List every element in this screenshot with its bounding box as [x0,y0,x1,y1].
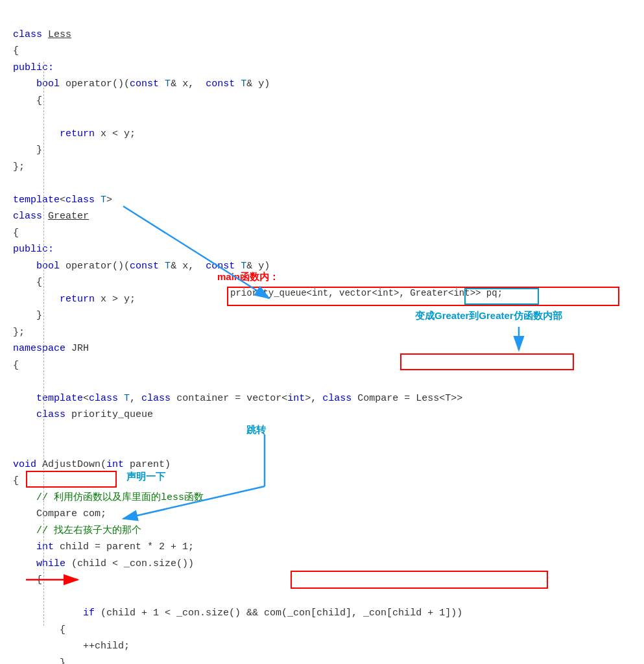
code-block: class Less { public: bool operator()(con… [13,10,631,664]
compare-com-box [26,471,117,488]
compare-less-box [400,353,574,370]
code-container: class Less { public: bool operator()(con… [13,6,631,664]
pq-line-text: priority_queue<int, vector<int>, Greater… [230,288,503,298]
com-call-box [291,571,548,589]
